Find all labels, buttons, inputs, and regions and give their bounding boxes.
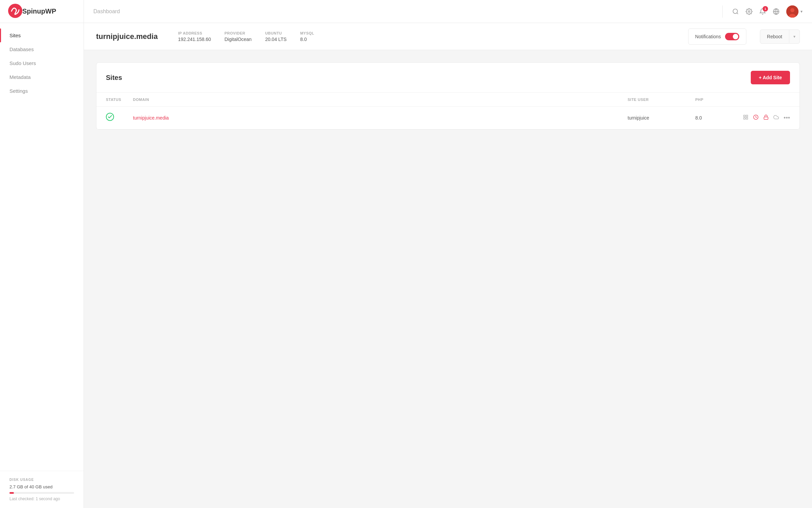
disk-last-checked: Last checked: 1 second ago [9,496,74,501]
sidebar-item-sudo-users[interactable]: Sudo Users [0,56,84,70]
sidebar-nav: Sites Databases Sudo Users Metadata Sett… [0,23,84,471]
disk-usage-label: DISK USAGE [9,478,74,482]
more-options-button[interactable]: ••• [784,114,790,122]
sidebar: Sites Databases Sudo Users Metadata Sett… [0,23,84,508]
notifications-bell-button[interactable]: 1 [759,8,766,15]
ip-label: IP ADDRESS [178,31,211,35]
svg-rect-11 [746,118,748,119]
disk-bar-fill [9,492,14,494]
avatar-chevron-icon: ▾ [800,9,803,14]
ubuntu-label: UBUNTU [265,31,287,35]
svg-rect-10 [746,115,748,117]
disk-usage-text: 2.7 GB of 40 GB used [9,484,74,489]
ubuntu-meta: UBUNTU 20.04 LTS [265,31,287,42]
mysql-meta: MYSQL 8.0 [300,31,314,42]
ubuntu-value: 20.04 LTS [265,37,287,42]
svg-point-2 [748,10,750,12]
sidebar-item-databases[interactable]: Databases [0,42,84,56]
sites-card: Sites + Add Site STATUS DOMAIN SITE USER… [96,62,800,130]
server-meta: IP ADDRESS 192.241.158.60 PROVIDER Digit… [178,31,674,42]
speed-icon[interactable] [753,114,759,121]
user-avatar-button[interactable]: ▾ [786,5,803,18]
sidebar-label-settings: Settings [9,88,28,94]
toggle-knob [733,34,738,39]
ip-address-meta: IP ADDRESS 192.241.158.60 [178,31,211,42]
grid-icon[interactable] [743,114,748,121]
logo-text: SpinupWP [22,7,56,15]
sidebar-label-sites: Sites [9,33,21,38]
notifications-toggle[interactable] [725,33,739,40]
sidebar-label-metadata: Metadata [9,74,31,80]
nav-actions: 1 ▾ [722,5,812,18]
col-header-php: PHP [695,98,729,102]
sidebar-label-databases: Databases [9,46,34,52]
server-name: turnipjuice.media [96,32,158,41]
disk-bar-track [9,492,74,494]
nav-center: Dashboard [84,8,722,15]
sidebar-item-settings[interactable]: Settings [0,84,84,98]
provider-meta: PROVIDER DigitalOcean [224,31,251,42]
settings-button[interactable] [746,8,752,15]
globe-button[interactable] [773,8,780,15]
reboot-dropdown-button[interactable]: ▾ [789,30,799,43]
domain-link[interactable]: turnipjuice.media [133,115,169,121]
svg-point-1 [733,9,738,13]
sidebar-item-sites[interactable]: Sites [0,28,84,42]
col-header-site-user: SITE USER [628,98,695,102]
row-status [106,113,133,123]
sidebar-label-sudo-users: Sudo Users [9,60,36,66]
sites-table-header: STATUS DOMAIN SITE USER PHP [96,93,799,107]
mysql-value: 8.0 [300,37,314,42]
add-site-button[interactable]: + Add Site [751,71,790,84]
provider-value: DigitalOcean [224,37,251,42]
sidebar-item-metadata[interactable]: Metadata [0,70,84,84]
notification-badge: 1 [763,6,768,12]
provider-label: PROVIDER [224,31,251,35]
ip-value: 192.241.158.60 [178,37,211,42]
logo-area: SpinupWP [0,0,84,23]
page-content: Sites + Add Site STATUS DOMAIN SITE USER… [84,50,812,508]
col-header-status: STATUS [106,98,133,102]
notifications-toggle-button[interactable]: Notifications [688,28,746,45]
svg-point-0 [8,4,22,18]
avatar [786,5,798,18]
main-layout: Sites Databases Sudo Users Metadata Sett… [0,23,812,508]
sites-card-title: Sites [106,74,122,82]
row-domain[interactable]: turnipjuice.media [133,115,628,121]
table-row: turnipjuice.media turnipjuice 8.0 [96,107,799,129]
search-button[interactable] [732,8,739,15]
server-header: turnipjuice.media IP ADDRESS 192.241.158… [84,23,812,50]
svg-rect-12 [744,118,745,119]
row-php-version: 8.0 [695,115,729,121]
reboot-button-group: Reboot ▾ [760,29,800,44]
row-site-user: turnipjuice [628,115,695,121]
notifications-button-label: Notifications [695,34,721,39]
mysql-label: MYSQL [300,31,314,35]
svg-rect-9 [744,115,745,117]
status-active-icon [106,114,114,123]
cloud-icon[interactable] [773,114,779,121]
lock-icon[interactable] [763,114,769,121]
dashboard-link[interactable]: Dashboard [93,8,120,15]
col-header-domain: DOMAIN [133,98,628,102]
top-navigation: SpinupWP Dashboard 1 [0,0,812,23]
svg-point-6 [790,8,794,12]
spinupwp-logo[interactable] [8,4,22,19]
reboot-main-button[interactable]: Reboot [760,30,789,43]
row-actions: ••• [729,114,790,122]
svg-rect-13 [764,117,768,119]
content-area: turnipjuice.media IP ADDRESS 192.241.158… [84,23,812,508]
sidebar-footer: DISK USAGE 2.7 GB of 40 GB used Last che… [0,471,84,508]
sites-card-header: Sites + Add Site [96,63,799,93]
